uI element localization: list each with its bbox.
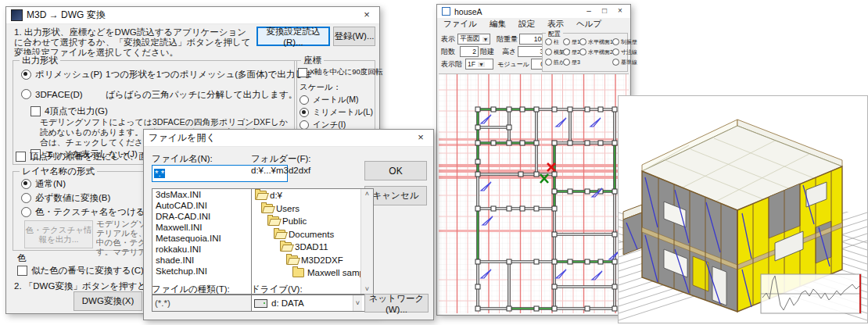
radio-dimline[interactable]: 寸法線 [612, 48, 637, 56]
height-label: 高さ [502, 47, 516, 57]
viewer3d-panel [618, 95, 868, 323]
viewer3d-canvas[interactable] [619, 96, 867, 323]
chevron-down-icon: ˅ [353, 295, 362, 311]
filetype-label: ファイルの種類(T): [152, 284, 230, 295]
display-combo[interactable]: 平面図 ▼ [457, 34, 490, 45]
seismic-wave-graph [761, 274, 861, 313]
folder-item[interactable]: 3DAD11 [252, 241, 373, 254]
house-title: houseA [454, 7, 482, 16]
folder-item[interactable]: Maxwell sample [252, 266, 373, 280]
convert-close-button[interactable]: × [354, 7, 379, 23]
convert-titlebar[interactable]: M3D → DWG 変換 [6, 7, 379, 24]
folder-tree-scrollbar[interactable]: ˄ ˅ [360, 189, 373, 294]
ok-button[interactable]: OK [364, 161, 427, 180]
scale-millimeter-radio[interactable]: ミリメートル(L) [299, 107, 373, 118]
face3d-radio[interactable]: 3DFACE(D) [21, 89, 83, 99]
network-button[interactable]: ネットワーク(W)... [364, 294, 429, 312]
four-vertex-checkbox[interactable]: 4頂点で出力(G) [30, 105, 108, 117]
layer-texture-radio[interactable]: 色・テクスチャ名をつける(O) [21, 206, 158, 218]
register-button[interactable]: 登録(W)... [333, 27, 375, 46]
polymesh-desc: 1つの形状を1つのポリメッシュ(多面体)で出力しま [106, 69, 314, 80]
scale-meter-radio[interactable]: メートル(M) [299, 95, 358, 105]
folder-open-icon [286, 255, 298, 265]
radio-baseline[interactable]: 基準線 [612, 59, 637, 66]
house-toolbar: 表示 平面図 ▼ 階重量 100 kN 階数 2 階建 高さ 3 m 表示階 [437, 30, 630, 73]
folder-item[interactable]: Documents [252, 228, 373, 241]
folder-item[interactable]: Public [252, 215, 373, 228]
rotate-checkbox[interactable]: X軸を中心に90度回転 [298, 67, 382, 77]
radio-wall2[interactable]: 壁2 [563, 48, 579, 56]
minimize-button[interactable]: – [582, 6, 596, 15]
load-settings-button[interactable]: 変換設定読込(R)... [256, 27, 330, 46]
floors-input[interactable]: 2 [460, 46, 479, 57]
folder-item[interactable]: d:¥ [252, 189, 373, 202]
radio-pillar[interactable]: 柱 [545, 38, 563, 46]
menu-edit[interactable]: 編集 [483, 19, 512, 30]
floor-label: 表示階 [441, 59, 462, 70]
layer-title: レイヤ名称の形式 [20, 166, 97, 177]
texture-output-button[interactable]: 色・テクスチャ情 報を出力... [24, 220, 93, 248]
radio-wall3[interactable]: 壁3 [563, 59, 579, 66]
menu-file[interactable]: ファイル [437, 19, 483, 30]
floors-row: 階数 2 階建 高さ 3 m [441, 46, 552, 57]
drive-combo[interactable]: d: DATA ˅ [251, 295, 365, 312]
drive-icon [254, 299, 267, 308]
folder-tree[interactable]: d:¥ Users Public Documents 3DAD11 M3D2DX… [251, 188, 374, 295]
coords-title: 座標 [301, 55, 324, 66]
radio-beam[interactable]: 横架材 [545, 48, 563, 56]
folder-open-icon [255, 191, 267, 200]
folder-open-icon [267, 216, 279, 226]
filename-label: ファイル名(N): [152, 153, 213, 165]
folder-label: フォルダー(F): [251, 153, 310, 165]
house-app-icon [442, 7, 450, 16]
folder-open-icon [261, 204, 273, 213]
floor-combo[interactable]: 1F ▼ [465, 59, 493, 70]
menu-help[interactable]: ヘルプ [570, 19, 608, 30]
file-dialog-title: ファイルを開く [149, 131, 216, 145]
dwg-convert-button[interactable]: DWG変換(X) [74, 291, 142, 311]
maximize-button[interactable]: □ [597, 6, 612, 15]
folder-item[interactable]: M3D2DXF [252, 254, 373, 267]
placement-group: 配置 柱 壁1 水平構面1 制振壁 横架材 壁2 水平構面2 寸法線 筋かい 壁… [542, 33, 628, 72]
folder-open-icon [280, 242, 292, 252]
radio-hplane2[interactable]: 水平構面2 [579, 48, 612, 56]
instruction-text: 1. 出力形状、座標などをDWG読込するアプリケーションに合わせて選択するか、「… [14, 27, 253, 58]
chevron-down-icon: ▼ [482, 37, 490, 42]
folder-open-icon [274, 230, 285, 239]
scale-label: スケール： [299, 82, 341, 93]
output-shape-title: 出力形状 [20, 55, 60, 66]
convert-app-icon [11, 9, 23, 21]
cancel-button[interactable]: キャンセル [364, 186, 427, 205]
display-row: 表示 平面図 ▼ 階重量 100 kN [441, 34, 556, 45]
layer-normal-radio[interactable]: 通常(N) [21, 178, 66, 190]
radio-hplane1[interactable]: 水平構面1 [579, 38, 612, 46]
house-window: houseA – □ × ファイル 編集 設定 表示 ヘルプ 表示 平面図 ▼ … [436, 4, 631, 316]
folder-path: d:¥...¥m3d2dxf [251, 166, 310, 175]
house-menubar: ファイル 編集 設定 表示 ヘルプ [437, 18, 630, 30]
folder-closed-icon [292, 268, 304, 277]
house-close-button[interactable]: × [613, 6, 627, 15]
folder-item[interactable]: Users [252, 202, 373, 216]
radio-brace[interactable]: 筋かい [545, 59, 563, 66]
weight-label: 階重量 [497, 34, 518, 45]
file-dialog: ファイルを開く × ファイル名(N): *.* フォルダー(F): d:¥...… [143, 129, 434, 320]
radio-dampwall[interactable]: 制振壁 [612, 38, 637, 46]
similar-color-checkbox[interactable]: 似た色の番号に変換する(C) [17, 265, 144, 277]
menu-settings[interactable]: 設定 [512, 19, 541, 30]
scroll-up-icon[interactable]: ˄ [365, 189, 369, 198]
file-dialog-close-button[interactable]: × [408, 130, 433, 146]
file-dialog-titlebar[interactable]: ファイルを開く [144, 130, 433, 147]
floor-plan-canvas[interactable] [439, 74, 629, 313]
desktop: houseA – □ × ファイル 編集 設定 表示 ヘルプ 表示 平面図 ▼ … [0, 0, 868, 325]
radio-wall1[interactable]: 壁1 [563, 38, 579, 46]
module-label: モジュール [497, 60, 529, 69]
drive-label: ドライブ(V): [251, 284, 303, 295]
face3d-desc: ばらばらの三角パッチに分解して出力します。 [106, 89, 297, 101]
menu-view[interactable]: 表示 [541, 19, 570, 30]
chevron-down-icon: ▼ [478, 62, 485, 67]
polymesh-radio[interactable]: ポリメッシュ(P) [21, 69, 102, 80]
floors-label: 階数 [441, 47, 455, 57]
floors-unit: 階建 [480, 47, 494, 57]
layer-numeric-radio[interactable]: 必ず数値に変換(B) [21, 192, 110, 204]
convert-title: M3D → DWG 変換 [27, 9, 106, 22]
